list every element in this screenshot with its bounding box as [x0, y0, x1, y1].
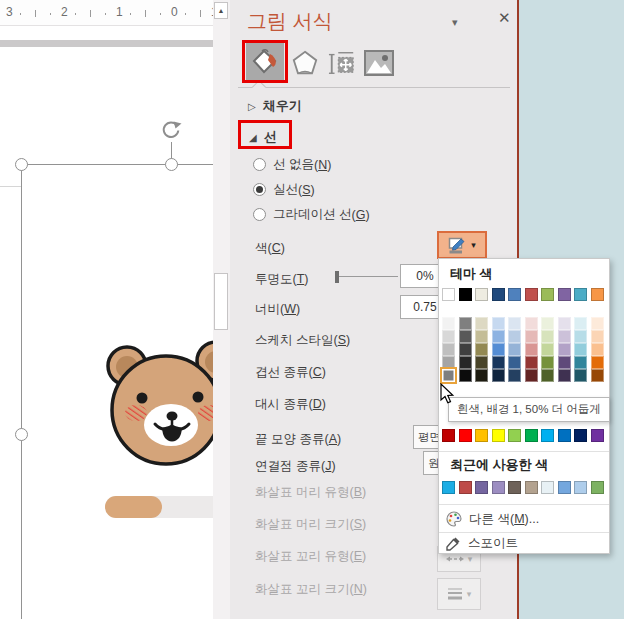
theme-color-swatch[interactable] — [442, 288, 455, 301]
recent-color-swatch[interactable] — [442, 481, 455, 494]
standard-color-swatch[interactable] — [492, 429, 505, 442]
theme-variant-swatch[interactable] — [558, 356, 571, 369]
line-color-button[interactable]: ▾ — [437, 231, 487, 259]
theme-variant-swatch[interactable] — [541, 317, 554, 330]
rotate-handle-icon[interactable] — [160, 119, 182, 141]
theme-variant-swatch[interactable] — [459, 369, 472, 382]
theme-variant-swatch[interactable] — [558, 369, 571, 382]
theme-variant-swatch[interactable] — [508, 317, 521, 330]
standard-color-swatch[interactable] — [459, 429, 472, 442]
theme-variant-swatch[interactable] — [492, 330, 505, 343]
theme-color-swatch[interactable] — [558, 288, 571, 301]
theme-variant-swatch[interactable] — [558, 343, 571, 356]
theme-variant-swatch[interactable] — [475, 369, 488, 382]
theme-color-swatch[interactable] — [525, 288, 538, 301]
theme-variant-swatch[interactable] — [492, 369, 505, 382]
theme-variant-swatch[interactable] — [525, 369, 538, 382]
standard-color-swatch[interactable] — [475, 429, 488, 442]
theme-variant-swatch[interactable] — [459, 356, 472, 369]
theme-variant-swatch[interactable] — [574, 369, 587, 382]
theme-variant-swatch[interactable] — [442, 356, 455, 369]
tab-picture[interactable] — [363, 49, 395, 77]
fill-section-header[interactable]: ▷채우기 — [248, 97, 302, 115]
recent-color-swatch[interactable] — [508, 481, 521, 494]
theme-variant-swatch[interactable] — [492, 343, 505, 356]
theme-variant-swatch[interactable] — [525, 330, 538, 343]
recent-color-swatch[interactable] — [525, 481, 538, 494]
recent-color-swatch[interactable] — [459, 481, 472, 494]
standard-color-swatch[interactable] — [508, 429, 521, 442]
theme-variant-swatch[interactable] — [591, 317, 604, 330]
selection-handle-top-left[interactable] — [15, 158, 28, 171]
standard-color-swatch[interactable] — [558, 429, 571, 442]
theme-variant-swatch[interactable] — [574, 356, 587, 369]
line-section-header[interactable]: ◢선 — [249, 128, 277, 146]
standard-color-swatch[interactable] — [442, 429, 455, 442]
selection-handle-middle-left[interactable] — [15, 428, 28, 441]
theme-color-swatch[interactable] — [475, 288, 488, 301]
theme-variant-swatch[interactable] — [492, 356, 505, 369]
standard-color-swatch[interactable] — [591, 429, 604, 442]
theme-variant-swatch[interactable] — [508, 343, 521, 356]
tab-fill-and-line[interactable] — [246, 43, 284, 81]
theme-variant-swatch[interactable] — [459, 330, 472, 343]
radio-gradient-line[interactable]: 그라데이션 선G — [253, 206, 370, 223]
theme-variant-swatch[interactable] — [574, 330, 587, 343]
eyedropper-item[interactable]: 스포이트 — [439, 533, 609, 554]
theme-variant-swatch[interactable] — [558, 317, 571, 330]
theme-color-swatch[interactable] — [508, 288, 521, 301]
theme-variant-swatch[interactable] — [525, 343, 538, 356]
theme-variant-swatch[interactable] — [541, 343, 554, 356]
theme-color-swatch[interactable] — [591, 288, 604, 301]
theme-variant-swatch[interactable] — [459, 343, 472, 356]
theme-variant-swatch[interactable] — [541, 369, 554, 382]
transparency-slider-track[interactable] — [339, 276, 398, 277]
recent-color-swatch[interactable] — [558, 481, 571, 494]
theme-color-swatch[interactable] — [459, 288, 472, 301]
theme-variant-swatch[interactable] — [591, 330, 604, 343]
theme-variant-swatch[interactable] — [574, 343, 587, 356]
theme-variant-swatch[interactable] — [541, 356, 554, 369]
standard-color-swatch[interactable] — [574, 429, 587, 442]
theme-color-swatch[interactable] — [492, 288, 505, 301]
theme-variant-swatch[interactable] — [442, 317, 455, 330]
theme-variant-swatch[interactable] — [591, 356, 604, 369]
tab-effects[interactable] — [290, 48, 320, 78]
theme-color-swatch[interactable] — [574, 288, 587, 301]
bear-picture[interactable] — [100, 340, 230, 470]
theme-variant-swatch[interactable] — [574, 317, 587, 330]
theme-variant-swatch[interactable] — [459, 317, 472, 330]
theme-variant-swatch[interactable] — [475, 317, 488, 330]
theme-variant-swatch[interactable] — [442, 369, 455, 382]
recent-color-swatch[interactable] — [591, 481, 604, 494]
more-colors-item[interactable]: 다른 색M... — [439, 506, 609, 532]
recent-color-swatch[interactable] — [541, 481, 554, 494]
standard-color-swatch[interactable] — [541, 429, 554, 442]
theme-variant-swatch[interactable] — [442, 330, 455, 343]
theme-variant-swatch[interactable] — [541, 330, 554, 343]
theme-variant-swatch[interactable] — [442, 343, 455, 356]
theme-variant-swatch[interactable] — [558, 330, 571, 343]
pane-close-button[interactable]: ✕ — [498, 9, 511, 27]
theme-variant-swatch[interactable] — [591, 369, 604, 382]
transparency-slider-thumb[interactable] — [335, 271, 339, 283]
recent-color-swatch[interactable] — [492, 481, 505, 494]
theme-variant-swatch[interactable] — [525, 356, 538, 369]
theme-variant-swatch[interactable] — [508, 330, 521, 343]
theme-variant-swatch[interactable] — [492, 317, 505, 330]
theme-variant-swatch[interactable] — [508, 356, 521, 369]
theme-variant-swatch[interactable] — [475, 330, 488, 343]
radio-no-line[interactable]: 선 없음N — [253, 156, 331, 173]
tab-size-properties[interactable] — [327, 48, 357, 78]
pane-options-dropdown[interactable]: ▾ — [452, 16, 458, 29]
scrollbar-thumb[interactable] — [214, 273, 228, 330]
theme-variant-swatch[interactable] — [508, 369, 521, 382]
scrollbar-up-button[interactable]: ▲ — [214, 2, 228, 19]
recent-color-swatch[interactable] — [574, 481, 587, 494]
theme-variant-swatch[interactable] — [475, 356, 488, 369]
standard-color-swatch[interactable] — [525, 429, 538, 442]
selection-handle-top-middle[interactable] — [165, 158, 178, 171]
theme-color-swatch[interactable] — [541, 288, 554, 301]
radio-solid-line[interactable]: 실선S — [253, 181, 315, 198]
recent-color-swatch[interactable] — [475, 481, 488, 494]
